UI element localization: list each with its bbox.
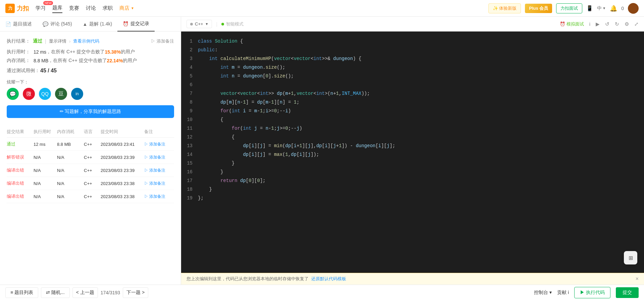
douban-icon[interactable]: 豆 bbox=[55, 88, 67, 100]
separator: | bbox=[216, 21, 217, 27]
table-row: 编译出错 N/A N/A C++ 2023/08/03 23:38 ▷ 添加备注 bbox=[7, 177, 174, 190]
table-header: 提交结果 执行用时 内存消耗 语言 提交时间 备注 bbox=[7, 126, 174, 138]
notification-banner: 您上次编辑到这里，代码已从您浏览器本地的临时存储中恢复了 还原默认代码模板 × bbox=[181, 273, 644, 285]
nav-shop[interactable]: 商店 ▼ bbox=[119, 4, 134, 13]
contribute-btn[interactable]: 贡献 i bbox=[557, 290, 569, 296]
metric-time: 执行用时： 12 ms ，在所有 C++ 提交中击败了 15.38% 的用户 bbox=[7, 49, 174, 55]
top-nav: 力 力扣 学习 NEW 题库 竞赛 讨论 求职 商店 ▼ ✨ 体验新版 Plus… bbox=[0, 0, 644, 17]
run-icon[interactable]: ▶ bbox=[596, 21, 600, 27]
left-tabs: 📄 题目描述 💬 评论 (545) ▲ 题解 (1.4k) ⏰ 提交记录 bbox=[0, 17, 181, 31]
code-line-5: 5 int n = dungeon[0].size(); bbox=[181, 72, 644, 80]
table-row: 编译出错 N/A N/A C++ 2023/08/03 23:38 ▷ 添加备注 bbox=[7, 190, 174, 203]
add-note-0[interactable]: ▷ 添加备注 bbox=[144, 141, 171, 147]
lang-selector-editor[interactable]: C++ ▼ bbox=[186, 20, 212, 28]
code-line-14: 14 dp[i][j] = max(1,dp[i][j]); bbox=[181, 150, 644, 159]
share-icons: 💬 微 QQ 豆 in bbox=[7, 88, 174, 100]
float-action-btn[interactable]: ⊞ bbox=[624, 251, 637, 264]
logo-text: 力扣 bbox=[17, 4, 29, 12]
linkedin-icon[interactable]: in bbox=[71, 88, 83, 100]
list-btn[interactable]: ≡ 题目列表 bbox=[5, 287, 38, 298]
smart-dot bbox=[221, 23, 224, 25]
table-row: 编译出错 N/A N/A C++ 2023/08/03 23:39 ▷ 添加备注 bbox=[7, 164, 174, 177]
code-editor[interactable]: 1 class Solution { 2 public: 3 int calcu… bbox=[181, 32, 644, 273]
example-link[interactable]: 查看示例代码 bbox=[73, 38, 99, 44]
nav-problems[interactable]: 题库 bbox=[52, 3, 62, 13]
tab-comments[interactable]: 💬 评论 (545) bbox=[37, 17, 77, 32]
code-line-1: 1 class Solution { bbox=[181, 37, 644, 46]
status-compile-4[interactable]: 编译出错 bbox=[7, 180, 34, 186]
table-row: 通过 12 ms 8.8 MB C++ 2023/08/03 23:41 ▷ 添… bbox=[7, 138, 174, 151]
nav-jobs[interactable]: 求职 bbox=[103, 4, 113, 13]
main-layout: 执行结果： 通过 | 显示详情 › 查看示例代码 ▷ 添加备注 执行用时： 12… bbox=[0, 32, 644, 285]
code-line-8: 8 dp[m][n-1] = dp[m-1][n] = 1; bbox=[181, 98, 644, 107]
tab-solutions[interactable]: ▲ 题解 (1.4k) bbox=[77, 17, 118, 32]
expand-icon[interactable]: ⤢ bbox=[634, 21, 639, 27]
plus-btn[interactable]: Plus 会员 bbox=[525, 4, 552, 13]
bottom-right-actions: 控制台 ▾ 贡献 i ▶ 执行代码 提交 bbox=[186, 287, 639, 298]
settings-icon[interactable]: ⚙ bbox=[625, 21, 629, 27]
code-line-12: 12 { bbox=[181, 133, 644, 141]
restore-default-link[interactable]: 还原默认代码模板 bbox=[311, 276, 346, 281]
page-info: 174/3193 bbox=[101, 290, 120, 295]
bottom-left-actions: ≡ 题目列表 ⇄ 随机... < 上一题 174/3193 下一题 > bbox=[5, 287, 186, 298]
lang-selector[interactable]: 中▼ bbox=[597, 5, 606, 11]
submit-btn[interactable]: 提交 bbox=[616, 287, 639, 298]
test-cases: 通过测试用例： 45 / 45 bbox=[7, 68, 174, 74]
result-label: 执行结果： bbox=[7, 38, 30, 44]
mock-interview-btn[interactable]: ⏰ 模拟面试 bbox=[560, 21, 584, 27]
bell-icon[interactable]: 🔔 bbox=[610, 5, 617, 12]
next-btn[interactable]: 下一题 > bbox=[123, 287, 148, 298]
result-status: 通过 bbox=[33, 38, 42, 44]
info-icon[interactable]: i bbox=[589, 21, 590, 27]
add-note-3[interactable]: ▷ 添加备注 bbox=[144, 181, 171, 186]
avatar[interactable] bbox=[628, 3, 639, 14]
code-line-9: 9 for(int i = m-1;i>=0;--i) bbox=[181, 107, 644, 115]
logo[interactable]: 力 力扣 bbox=[5, 4, 29, 13]
add-note-btn[interactable]: ▷ 添加备注 bbox=[151, 38, 174, 44]
phone-icon[interactable]: 📱 bbox=[586, 5, 593, 11]
code-line-11: 11 for(int j = n-1;j>=0;--j) bbox=[181, 124, 644, 133]
table-row: 解答错误 N/A N/A C++ 2023/08/03 23:39 ▷ 添加备注 bbox=[7, 151, 174, 164]
close-notification-btn[interactable]: × bbox=[636, 276, 639, 282]
status-compile-5[interactable]: 编译出错 bbox=[7, 193, 34, 199]
console-btn[interactable]: 控制台 ▾ bbox=[534, 290, 552, 296]
code-line-18: 18 } bbox=[181, 185, 644, 194]
tab-description[interactable]: 📄 题目描述 bbox=[0, 17, 37, 32]
code-line-13: 13 dp[i][j] = min(dp[i+1][j],dp[i][j+1])… bbox=[181, 141, 644, 150]
nav-discuss[interactable]: 讨论 bbox=[86, 4, 96, 13]
code-line-6: 6 bbox=[181, 80, 644, 89]
code-line-17: 17 return dp[0][0]; bbox=[181, 176, 644, 185]
left-panel: 执行结果： 通过 | 显示详情 › 查看示例代码 ▷ 添加备注 执行用时： 12… bbox=[0, 32, 181, 285]
run-code-btn[interactable]: ▶ 执行代码 bbox=[574, 287, 610, 298]
tab-submissions[interactable]: ⏰ 提交记录 bbox=[117, 17, 155, 32]
result-header: 执行结果： 通过 | 显示详情 › 查看示例代码 ▷ 添加备注 bbox=[7, 38, 174, 44]
cpp-dot bbox=[190, 23, 193, 25]
undo-icon[interactable]: ↺ bbox=[605, 21, 609, 27]
bottom-bar: ≡ 题目列表 ⇄ 随机... < 上一题 174/3193 下一题 > 控制台 … bbox=[0, 285, 644, 300]
nav-learn[interactable]: 学习 NEW bbox=[36, 4, 46, 13]
add-note-4[interactable]: ▷ 添加备注 bbox=[144, 194, 171, 199]
qq-icon[interactable]: QQ bbox=[39, 88, 51, 100]
code-line-2: 2 public: bbox=[181, 46, 644, 54]
wechat-icon[interactable]: 💬 bbox=[7, 88, 19, 100]
add-note-1[interactable]: ▷ 添加备注 bbox=[144, 155, 171, 160]
redo-icon[interactable]: ↻ bbox=[615, 21, 619, 27]
interview-btn[interactable]: 力扣面试 bbox=[556, 3, 582, 13]
separator: | bbox=[45, 39, 46, 44]
status-compile-3[interactable]: 编译出错 bbox=[7, 167, 34, 173]
random-btn[interactable]: ⇄ 随机... bbox=[41, 287, 70, 298]
second-nav: 📄 题目描述 💬 评论 (545) ▲ 题解 (1.4k) ⏰ 提交记录 C++… bbox=[0, 17, 644, 32]
code-line-4: 4 int m = dungeon.size(); bbox=[181, 63, 644, 72]
add-note-2[interactable]: ▷ 添加备注 bbox=[144, 168, 171, 173]
nav-contest[interactable]: 竞赛 bbox=[69, 4, 79, 13]
detail-link[interactable]: 显示详情 bbox=[49, 38, 66, 44]
prev-btn[interactable]: < 上一题 bbox=[72, 287, 98, 298]
status-error[interactable]: 解答错误 bbox=[7, 154, 34, 160]
status-pass[interactable]: 通过 bbox=[7, 141, 34, 147]
code-line-19: 19 }; bbox=[181, 194, 644, 202]
write-solution-btn[interactable]: ✏ 写题解，分享我的解题思路 bbox=[7, 105, 174, 118]
share-section: 炫耀一下： 💬 微 QQ 豆 in bbox=[7, 79, 174, 100]
smart-mode[interactable]: 智能模式 bbox=[221, 21, 244, 27]
weibo-icon[interactable]: 微 bbox=[23, 88, 35, 100]
experience-btn[interactable]: ✨ 体验新版 bbox=[488, 3, 521, 13]
